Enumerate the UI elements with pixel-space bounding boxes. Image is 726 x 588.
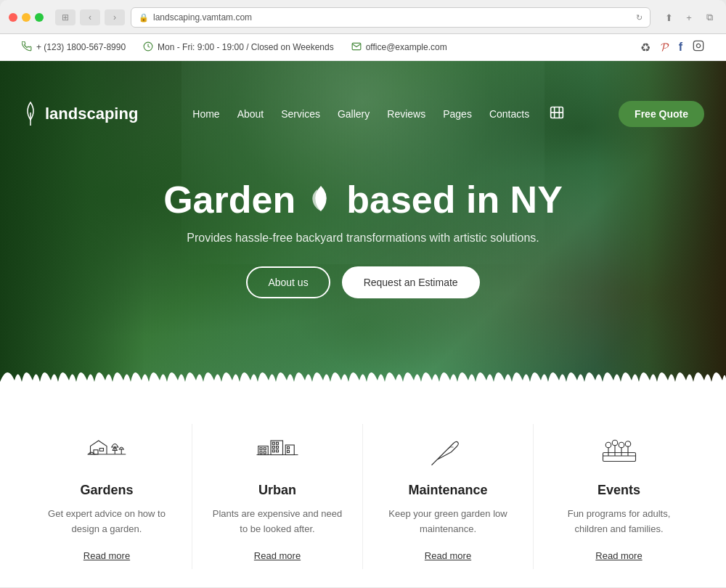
nav-gallery[interactable]: Gallery — [338, 108, 370, 120]
urban-read-more[interactable]: Read more — [254, 550, 301, 561]
sidebar-toggle-button[interactable]: ⊞ — [55, 9, 76, 25]
leaf-decoration — [303, 182, 339, 219]
pinterest-icon[interactable]: 𝓟 — [661, 41, 669, 54]
nav-about[interactable]: About — [237, 108, 264, 120]
topbar-left: + (123) 1800-567-8990 Mon - Fri: 9:00 - … — [22, 41, 447, 54]
nav-pages[interactable]: Pages — [443, 108, 472, 120]
urban-title: Urban — [210, 483, 345, 498]
svg-point-37 — [619, 442, 624, 448]
browser-actions: ⬆ + ⧉ — [661, 9, 717, 25]
email-text: office@example.com — [366, 42, 447, 52]
hero-title-part2: based in NY — [346, 179, 563, 221]
free-quote-button[interactable]: Free Quote — [619, 101, 704, 127]
cart-icon[interactable] — [550, 105, 564, 123]
browser-chrome: ⊞ ‹ › 🔒 landscaping.vamtam.com ↻ ⬆ + ⧉ — [0, 0, 726, 34]
svg-rect-26 — [287, 446, 290, 449]
maintenance-icon — [423, 431, 473, 471]
hours-item: Mon - Fri: 9:00 - 19:00 / Closed on Week… — [143, 41, 334, 54]
svg-rect-21 — [272, 446, 274, 448]
address-bar[interactable]: 🔒 landscaping.vamtam.com ↻ — [131, 7, 650, 28]
service-urban: Urban Plants are expensive and need to b… — [192, 424, 363, 569]
svg-rect-19 — [272, 442, 274, 444]
logo: landscaping — [22, 101, 138, 127]
topbar: + (123) 1800-567-8990 Mon - Fri: 9:00 - … — [0, 34, 726, 61]
svg-rect-22 — [277, 446, 279, 448]
forward-button[interactable]: › — [105, 9, 125, 25]
svg-rect-23 — [272, 449, 274, 452]
events-desc: Fun programs for adults, children and fa… — [551, 507, 687, 537]
svg-rect-1 — [693, 41, 703, 50]
traffic-lights — [9, 13, 44, 22]
new-tab-icon[interactable]: + — [681, 9, 697, 25]
refresh-icon: ↻ — [636, 13, 643, 23]
maintenance-title: Maintenance — [380, 483, 515, 498]
gardens-icon — [81, 431, 132, 471]
phone-item: + (123) 1800-567-8990 — [22, 41, 126, 54]
nav-links: Home About Services Gallery Reviews Page… — [192, 105, 564, 123]
nav-reviews[interactable]: Reviews — [387, 108, 425, 120]
svg-point-39 — [625, 441, 631, 446]
facebook-icon[interactable]: f — [679, 41, 682, 54]
urban-icon — [252, 431, 303, 471]
maintenance-read-more[interactable]: Read more — [425, 550, 471, 561]
url-text: landscaping.vamtam.com — [153, 12, 632, 23]
svg-point-33 — [605, 442, 611, 448]
events-title: Events — [551, 483, 687, 498]
service-maintenance: Maintenance Keep your green garden low m… — [363, 424, 534, 569]
svg-point-35 — [612, 440, 618, 446]
hero-subtitle: Provides hassle-free backyard transforma… — [187, 232, 539, 245]
tabs-icon[interactable]: ⧉ — [701, 9, 717, 25]
svg-rect-16 — [260, 452, 262, 454]
instagram-icon[interactable] — [693, 40, 704, 54]
events-read-more[interactable]: Read more — [595, 550, 642, 561]
svg-rect-27 — [287, 450, 290, 452]
nav-services[interactable]: Services — [281, 108, 320, 120]
maintenance-desc: Keep your green garden low maintenance. — [380, 507, 515, 537]
hero-buttons: About us Request an Estimate — [246, 266, 479, 298]
browser-controls: ⊞ ‹ › — [55, 9, 125, 25]
email-item: office@example.com — [351, 41, 447, 54]
website: + (123) 1800-567-8990 Mon - Fri: 9:00 - … — [0, 34, 726, 587]
hero-title-part1: Garden — [163, 179, 295, 221]
hours-text: Mon - Fri: 9:00 - 19:00 / Closed on Week… — [158, 42, 334, 52]
recycle-icon[interactable]: ♻ — [640, 41, 650, 54]
gardens-read-more[interactable]: Read more — [83, 550, 130, 561]
email-icon — [351, 41, 362, 54]
close-button[interactable] — [9, 13, 17, 22]
navbar: landscaping Home About Services Gallery … — [0, 91, 726, 137]
estimate-button[interactable]: Request an Estimate — [342, 266, 480, 298]
svg-rect-14 — [260, 447, 262, 449]
about-us-button[interactable]: About us — [246, 266, 330, 298]
gardens-desc: Get expert advice on how to design a gar… — [39, 507, 174, 537]
phone-text: + (123) 1800-567-8990 — [36, 42, 126, 52]
topbar-social: ♻ 𝓟 f — [640, 40, 704, 54]
browser-window: ⊞ ‹ › 🔒 landscaping.vamtam.com ↻ ⬆ + ⧉ — [0, 0, 726, 587]
svg-rect-20 — [277, 442, 279, 444]
nav-contacts[interactable]: Contacts — [489, 108, 529, 120]
clock-icon — [143, 41, 153, 54]
svg-rect-9 — [99, 448, 103, 451]
minimize-button[interactable] — [22, 13, 30, 22]
svg-rect-15 — [264, 447, 266, 449]
svg-rect-30 — [603, 452, 635, 461]
lock-icon: 🔒 — [139, 13, 149, 23]
back-button[interactable]: ‹ — [80, 9, 100, 25]
phone-icon — [22, 41, 32, 54]
svg-rect-24 — [277, 449, 279, 452]
svg-rect-17 — [264, 452, 266, 454]
gardens-title: Gardens — [39, 483, 174, 498]
logo-text: landscaping — [45, 105, 138, 123]
hero-section: landscaping Home About Services Gallery … — [0, 61, 726, 395]
services-section: Gardens Get expert advice on how to desi… — [0, 395, 726, 587]
urban-desc: Plants are expensive and need to be look… — [210, 507, 345, 537]
service-events: Events Fun programs for adults, children… — [534, 424, 704, 569]
events-icon — [594, 431, 645, 471]
share-icon[interactable]: ⬆ — [661, 9, 677, 25]
hero-title: Garden based in NY — [163, 179, 563, 221]
maximize-button[interactable] — [35, 13, 44, 22]
svg-line-29 — [432, 462, 435, 465]
nav-home[interactable]: Home — [192, 108, 219, 120]
service-gardens: Gardens Get expert advice on how to desi… — [22, 424, 192, 569]
